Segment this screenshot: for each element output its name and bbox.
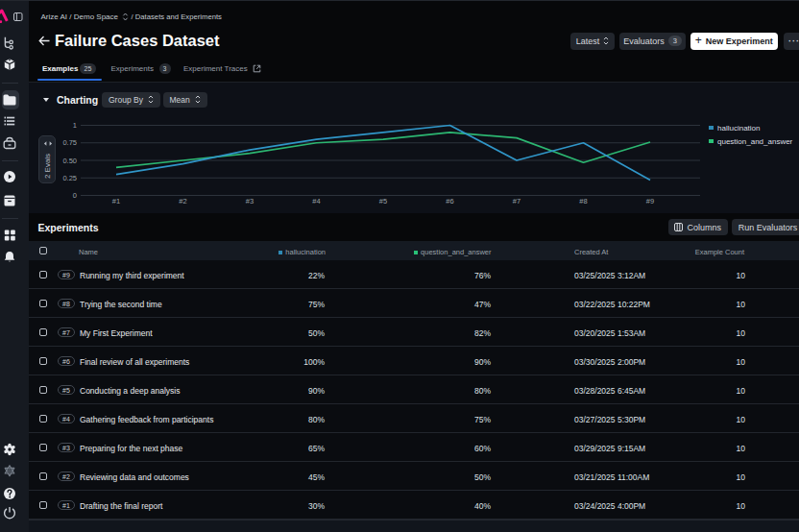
svg-text:#2: #2: [179, 197, 186, 206]
svg-text:#3: #3: [246, 197, 254, 206]
svg-text:0: 0: [73, 191, 77, 200]
svg-text:#6: #6: [446, 197, 453, 206]
svg-text:#5: #5: [379, 197, 387, 206]
svg-text:#4: #4: [312, 197, 320, 206]
svg-text:0.25: 0.25: [62, 174, 77, 182]
svg-text:#1: #1: [112, 197, 120, 206]
svg-text:#8: #8: [579, 197, 587, 206]
svg-text:#9: #9: [646, 197, 654, 206]
svg-text:1: 1: [73, 121, 77, 130]
svg-text:0.50: 0.50: [62, 157, 77, 165]
svg-text:#7: #7: [513, 197, 521, 206]
svg-text:0.75: 0.75: [62, 138, 77, 147]
